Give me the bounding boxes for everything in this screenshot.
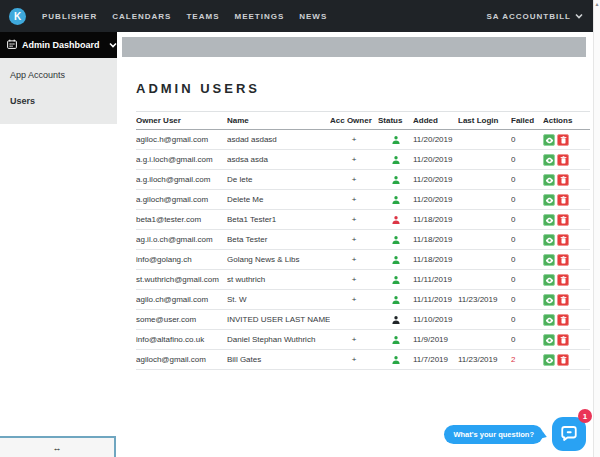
chevron-down-icon [575,13,583,19]
status-cell [378,155,413,165]
delete-user-button[interactable] [557,254,569,266]
delete-user-button[interactable] [557,234,569,246]
scroll-up-arrow[interactable]: ▲ [594,1,600,7]
last-login-cell: 11/23/2019 [458,355,511,364]
page-scrollbar[interactable]: ▲ [593,0,600,457]
sa-account-link[interactable]: SA ACCOUNT [486,12,549,21]
eye-icon [545,274,554,286]
delete-user-button[interactable] [557,154,569,166]
sidebar-item-label: App Accounts [10,70,65,80]
status-cell [378,315,413,325]
failed-cell: 0 [511,155,543,164]
chat-unread-badge: 1 [578,409,592,423]
table-row: info@golang.ch Golang News & Libs + 11/1… [136,250,590,270]
nav-item[interactable]: CALENDARS [112,12,171,21]
table-row: st.wuthrich@gmail.com st wuthrich + 11/1… [136,270,590,290]
nav-item[interactable]: PUBLISHER [42,12,97,21]
delete-user-button[interactable] [557,354,569,366]
sidebar-dashboard-dropdown[interactable]: Admin Dashboard [0,32,117,58]
sidebar-collapse-toggle[interactable]: ↔ [0,436,116,457]
view-user-button[interactable] [543,294,555,306]
failed-cell: 0 [511,315,543,324]
failed-cell: 0 [511,295,543,304]
trash-icon [560,294,567,306]
user-menu[interactable]: BILL [549,12,583,21]
eye-icon [545,214,554,226]
trash-icon [560,314,567,326]
chat-tooltip[interactable]: What's your question? [444,425,543,444]
nav-item[interactable]: TEAMS [186,12,219,21]
delete-user-button[interactable] [557,274,569,286]
added-cell: 11/11/2019 [413,275,458,284]
name-cell: De lete [227,175,330,184]
nav-item[interactable]: MEETINGS [234,12,284,21]
view-user-button[interactable] [543,334,555,346]
delete-user-button[interactable] [557,294,569,306]
actions-cell [543,154,590,166]
content-header-bar [122,37,586,57]
user-status-icon [391,355,401,365]
top-nav: K PUBLISHER CALENDARS TEAMS MEETINGS NEW… [0,0,593,32]
actions-cell [543,294,590,306]
sidebar-item[interactable]: Users [0,88,117,114]
view-user-button[interactable] [543,134,555,146]
view-user-button[interactable] [543,214,555,226]
view-user-button[interactable] [543,274,555,286]
table-row: some@user.com INVITED USER LAST NAME 11/… [136,310,590,330]
trash-icon [560,354,567,366]
view-user-button[interactable] [543,174,555,186]
table-row: a.g.i.loch@gmail.com asdsa asda + 11/20/… [136,150,590,170]
delete-user-button[interactable] [557,314,569,326]
acc-owner-cell: + [330,275,378,284]
failed-cell: 0 [511,195,543,204]
failed-cell: 0 [511,235,543,244]
view-user-button[interactable] [543,234,555,246]
view-user-button[interactable] [543,194,555,206]
failed-cell: 0 [511,255,543,264]
owner-user-cell: agilo.ch@gmail.com [136,295,227,304]
column-header: Name [227,116,330,125]
actions-cell [543,274,590,286]
name-cell: st wuthrich [227,275,330,284]
chevron-down-icon [109,42,117,48]
owner-user-cell: beta1@tester.com [136,215,227,224]
sidebar-item[interactable]: App Accounts [0,62,117,88]
view-user-button[interactable] [543,314,555,326]
failed-cell: 0 [511,215,543,224]
added-cell: 11/20/2019 [413,155,458,164]
delete-user-button[interactable] [557,174,569,186]
app-logo[interactable]: K [9,8,26,25]
view-user-button[interactable] [543,354,555,366]
added-cell: 11/11/2019 [413,295,458,304]
status-cell [378,235,413,245]
nav-item[interactable]: NEWS [299,12,327,21]
sidebar-item-label: Users [10,96,35,106]
status-cell [378,355,413,365]
table-row: ag.il.o.ch@gmail.com Beta Tester + 11/18… [136,230,590,250]
owner-user-cell: a.giloch@gmail.com [136,195,227,204]
user-status-icon [391,195,401,205]
owner-user-cell: agiloc.h@gmail.com [136,135,227,144]
user-status-icon [391,315,401,325]
owner-user-cell: ag.il.o.ch@gmail.com [136,235,227,244]
delete-user-button[interactable] [557,194,569,206]
failed-cell: 0 [511,275,543,284]
delete-user-button[interactable] [557,334,569,346]
name-cell: St. W [227,295,330,304]
delete-user-button[interactable] [557,134,569,146]
view-user-button[interactable] [543,254,555,266]
actions-cell [543,354,590,366]
acc-owner-cell: + [330,155,378,164]
eye-icon [545,254,554,266]
user-status-icon [391,295,401,305]
column-header: Acc Owner [330,116,378,125]
sidebar: Admin Dashboard App Accounts Users ↔ [0,32,117,457]
column-header: Owner User [136,116,227,125]
view-user-button[interactable] [543,154,555,166]
delete-user-button[interactable] [557,214,569,226]
acc-owner-cell: + [330,335,378,344]
added-cell: 11/20/2019 [413,195,458,204]
trash-icon [560,254,567,266]
user-status-icon [391,175,401,185]
table-header-row: Owner User Name Acc Owner Status Added L… [136,111,590,130]
